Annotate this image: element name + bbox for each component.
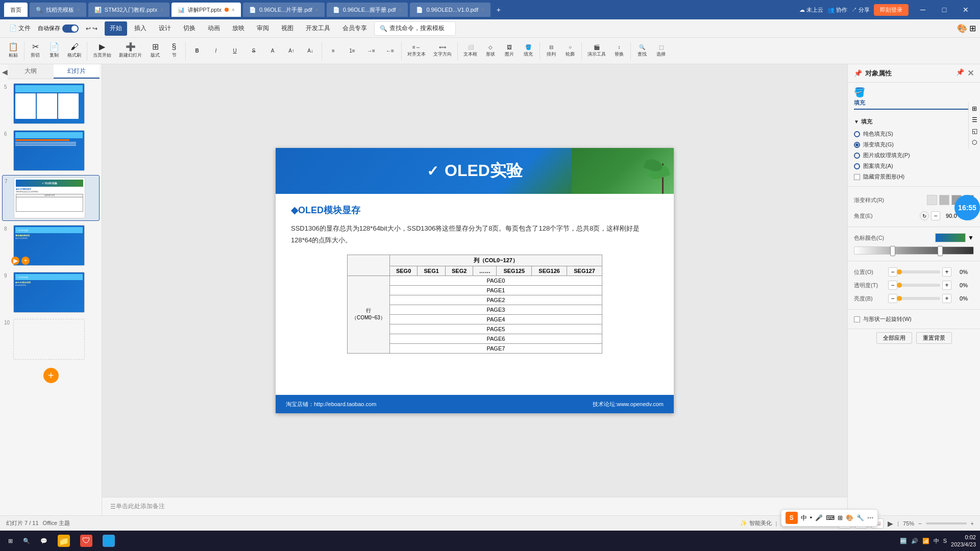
- decrease-indent-button[interactable]: ←≡: [381, 41, 399, 61]
- angle-minus[interactable]: −: [931, 211, 940, 220]
- tab-pdf3-close[interactable]: ×: [481, 7, 484, 13]
- menu-slideshow[interactable]: 放映: [227, 21, 250, 36]
- radio-gradient-fill[interactable]: 渐变填充(G): [854, 139, 974, 150]
- menu-start[interactable]: 开始: [105, 21, 127, 36]
- tab-pdf1-close[interactable]: ×: [315, 7, 318, 13]
- cut-button[interactable]: ✂ 剪切: [26, 41, 44, 61]
- search-taskbar-button[interactable]: 🔍: [19, 533, 34, 549]
- play-current-button[interactable]: ▶ 当页开始: [89, 41, 115, 61]
- textbox-button[interactable]: ⬜ 文本框: [460, 41, 481, 61]
- tab-templates-close[interactable]: ×: [77, 7, 80, 13]
- slide-thumb-7[interactable]: 7 ✓ OLED实验 ◆OLED模块显存 SSD1306的显存总共为128*64…: [2, 175, 100, 221]
- sidebar-tool-2[interactable]: ☰: [970, 115, 979, 124]
- tab-pdf2[interactable]: 📄 0.96OLE...握手册.pdf ×: [327, 3, 408, 17]
- close-button[interactable]: ✕: [955, 2, 976, 18]
- replace-button[interactable]: ↕ 替换: [610, 41, 628, 61]
- tab-lecture[interactable]: 📊 讲解PPT.pptx ×: [172, 3, 241, 17]
- sidebar-tool-1[interactable]: ⊞: [970, 104, 979, 113]
- increase-indent-button[interactable]: →≡: [362, 41, 380, 61]
- font-size-down[interactable]: A↓: [301, 41, 320, 61]
- input-method[interactable]: 中: [934, 537, 939, 545]
- brightness-plus[interactable]: +: [942, 294, 951, 303]
- app2-button[interactable]: 🌐: [99, 533, 119, 549]
- paste-button[interactable]: 📋 粘贴: [4, 41, 22, 61]
- quick-undo[interactable]: ↩ ↪: [81, 21, 103, 36]
- angle-wheel[interactable]: ↻: [920, 211, 929, 220]
- slide-canvas[interactable]: ✓ OLED实验 ◆OLED模块显存: [276, 148, 674, 413]
- menu-member[interactable]: 会员专享: [337, 21, 372, 36]
- font-color-button[interactable]: A: [263, 41, 282, 61]
- menu-transition[interactable]: 切换: [178, 21, 201, 36]
- bold-button[interactable]: B: [188, 41, 206, 61]
- app1-button[interactable]: 🛡: [76, 533, 96, 549]
- menu-animation[interactable]: 动画: [203, 21, 225, 36]
- menu-dev[interactable]: 开发工具: [301, 21, 335, 36]
- font-size-up[interactable]: A↑: [282, 41, 301, 61]
- radio-solid-fill[interactable]: 纯色填充(S): [854, 129, 974, 139]
- color-stop-gradient[interactable]: [935, 233, 966, 242]
- panel-close-button[interactable]: ✕: [967, 68, 974, 78]
- section-button[interactable]: § 节: [165, 41, 183, 61]
- zoom-slider[interactable]: [926, 522, 967, 524]
- slide-thumb-8[interactable]: 8 ✓ OLED实验 ◆存储结构说明 显存分页说明内容 ▶ +: [2, 223, 100, 268]
- apply-button[interactable]: 全部应用: [876, 332, 912, 344]
- position-plus[interactable]: +: [942, 267, 951, 277]
- panel-collapse-button[interactable]: ◀: [2, 68, 8, 76]
- position-handle[interactable]: [897, 269, 902, 274]
- gradient-handle-2[interactable]: [938, 246, 943, 256]
- menu-design[interactable]: 设计: [154, 21, 176, 36]
- start-button[interactable]: ⊞: [4, 533, 17, 549]
- add-tab-button[interactable]: +: [493, 4, 505, 16]
- image-button[interactable]: 🖼 图片: [500, 41, 519, 61]
- present-tool-button[interactable]: 🎬 演示工具: [584, 41, 609, 61]
- outline-tab[interactable]: 大纲: [8, 64, 54, 79]
- fill-tab-button[interactable]: 🪣 填充: [854, 87, 865, 107]
- slide-thumb-5[interactable]: 5: [2, 81, 100, 126]
- autosave-toggle[interactable]: 自动保存: [38, 24, 79, 33]
- play-button-status[interactable]: ▶: [888, 519, 893, 528]
- color-stop-dropdown[interactable]: ▼: [968, 234, 974, 241]
- transparency-handle[interactable]: [897, 283, 902, 288]
- select-button[interactable]: ⬚ 选择: [652, 41, 670, 61]
- add-slide-button[interactable]: +: [43, 368, 59, 383]
- add-button-8[interactable]: +: [21, 257, 30, 265]
- new-slide-button[interactable]: ➕ 新建幻灯片: [115, 41, 145, 61]
- tab-pdf3[interactable]: 📄 0.96OLED...V1.0.pdf ×: [410, 3, 490, 17]
- bullet-list-button[interactable]: ≡: [324, 41, 342, 61]
- brightness-minus[interactable]: −: [888, 294, 897, 303]
- slide-thumb-9[interactable]: 9 ✓ OLED实验 ◆OLED指令说明 指令集说明内容...: [2, 270, 100, 315]
- file-explorer-button[interactable]: 📁: [54, 533, 74, 549]
- tab-stm32[interactable]: 📊 STM32入门教程.pptx ×: [88, 3, 169, 17]
- menu-file[interactable]: 📄 文件: [4, 21, 36, 36]
- rotate-checkbox-row[interactable]: 与形状一起旋转(W): [854, 314, 974, 324]
- gradient-handle-1[interactable]: [890, 246, 895, 256]
- maximize-button[interactable]: □: [934, 2, 954, 18]
- menu-review[interactable]: 审阅: [252, 21, 274, 36]
- format-painter-button[interactable]: 🖌 格式刷: [64, 41, 85, 61]
- transparency-plus[interactable]: +: [942, 281, 951, 290]
- smart-button[interactable]: ✨ 智能美化: [740, 519, 771, 527]
- reset-button[interactable]: 重置背景: [916, 332, 952, 344]
- swatch-2[interactable]: [939, 195, 949, 205]
- tab-pdf1[interactable]: 📄 0.96OLE...片手册.pdf ×: [243, 3, 325, 17]
- slides-tab[interactable]: 幻灯片: [54, 64, 100, 79]
- zoom-minus[interactable]: −: [918, 520, 921, 527]
- text-direction-button[interactable]: ⟺ 文字方向: [430, 41, 455, 61]
- panel-pin-button[interactable]: 📌: [956, 68, 964, 78]
- checkbox-hide-bg[interactable]: 隐藏背景图形(H): [854, 171, 974, 182]
- notes-placeholder[interactable]: 单击此处添加备注: [116, 502, 165, 511]
- transparency-minus[interactable]: −: [888, 281, 897, 290]
- italic-button[interactable]: I: [207, 41, 225, 61]
- sidebar-tool-4[interactable]: ⬡: [970, 138, 979, 147]
- menu-insert[interactable]: 插入: [129, 21, 152, 36]
- task-view-button[interactable]: 💬: [36, 533, 52, 549]
- minimize-button[interactable]: ─: [913, 2, 933, 18]
- position-minus[interactable]: −: [888, 267, 897, 277]
- sidebar-tool-3[interactable]: ◱: [970, 127, 979, 136]
- play-button-8[interactable]: ▶: [11, 257, 19, 265]
- radio-picture-fill[interactable]: 图片或纹理填充(P): [854, 150, 974, 161]
- outline-button[interactable]: ○ 轮廓: [561, 41, 579, 61]
- brightness-handle[interactable]: [897, 296, 902, 301]
- tab-pdf2-close[interactable]: ×: [399, 7, 402, 13]
- find-button[interactable]: 🔍 查找: [633, 41, 651, 61]
